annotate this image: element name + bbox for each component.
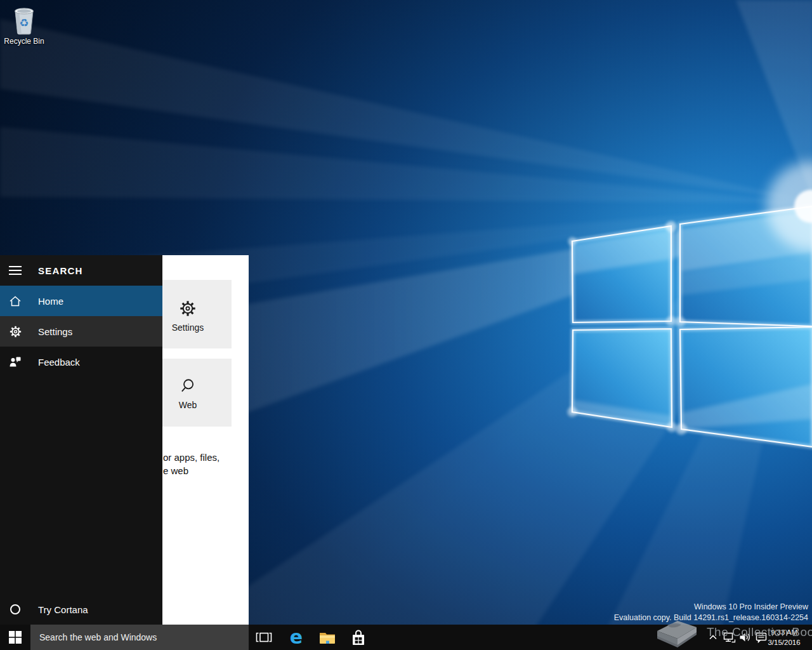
menu-item-home-label: Home [38, 296, 63, 307]
build-watermark-line2: Evaluation copy. Build 14291.rs1_release… [614, 613, 808, 623]
store-icon [351, 629, 366, 646]
build-watermark-line1: Windows 10 Pro Insider Preview [614, 602, 808, 613]
tile-web[interactable]: Web [162, 359, 232, 427]
file-explorer-icon [319, 631, 336, 644]
menu-item-feedback-label: Feedback [38, 357, 80, 368]
tile-settings-label: Settings [172, 322, 204, 333]
feedback-icon [0, 356, 30, 368]
menu-item-try-cortana-label: Try Cortana [38, 604, 88, 615]
svg-text:♻: ♻ [19, 17, 29, 29]
edge-browser-button[interactable]: e [282, 625, 310, 650]
search-flyout: SEARCH Home [0, 255, 162, 625]
tile-settings[interactable]: Settings [162, 280, 232, 348]
search-hint-line2: e web [163, 464, 219, 477]
taskbar-search-placeholder: Search the web and Windows [39, 632, 157, 642]
web-search-icon [180, 378, 196, 397]
taskbar-clock[interactable]: 9:33 AM 3/15/2016 [766, 627, 802, 649]
menu-item-settings[interactable]: Settings [0, 316, 162, 347]
home-icon [0, 295, 30, 307]
menu-item-feedback[interactable]: Feedback [0, 347, 162, 377]
search-results-pane: Settings Web or apps, files, e web [162, 255, 249, 625]
tile-web-label: Web [179, 400, 197, 410]
recycle-bin-icon: ♻ [11, 5, 37, 36]
task-view-button[interactable] [250, 625, 278, 650]
recycle-bin-shortcut[interactable]: ♻ Recycle Bin [1, 5, 47, 46]
menu-item-home[interactable]: Home [0, 286, 162, 316]
recycle-bin-label: Recycle Bin [1, 37, 47, 46]
file-explorer-button[interactable] [313, 625, 341, 650]
volume-button[interactable] [737, 625, 753, 650]
edge-icon: e [290, 625, 303, 650]
chevron-up-icon [709, 635, 717, 640]
network-icon [723, 632, 736, 643]
settings-gear-icon [180, 300, 196, 319]
menu-item-try-cortana[interactable]: Try Cortana [0, 594, 162, 625]
hamburger-menu-icon[interactable] [0, 255, 30, 286]
windows-build-watermark: Windows 10 Pro Insider Preview Evaluatio… [614, 602, 808, 623]
start-button[interactable] [0, 625, 30, 650]
windows-logo-icon [9, 631, 22, 644]
task-view-icon [256, 632, 272, 643]
cortana-icon [0, 604, 30, 615]
clock-date: 3/15/2016 [766, 637, 802, 647]
speaker-icon [739, 632, 751, 642]
gear-icon [0, 326, 30, 338]
store-button[interactable] [344, 625, 372, 650]
search-hint-line1: or apps, files, [163, 451, 219, 464]
network-status-button[interactable] [721, 625, 738, 650]
search-flyout-title: SEARCH [38, 265, 83, 276]
menu-item-settings-label: Settings [38, 326, 72, 337]
search-hint-text: or apps, files, e web [163, 451, 219, 477]
action-center-icon [756, 632, 767, 643]
tray-expand-button[interactable] [705, 625, 721, 650]
clock-time: 9:33 AM [766, 627, 802, 637]
search-flyout-header: SEARCH [0, 255, 162, 286]
taskbar: Search the web and Windows e [0, 625, 812, 650]
taskbar-search-box[interactable]: Search the web and Windows [30, 625, 249, 650]
